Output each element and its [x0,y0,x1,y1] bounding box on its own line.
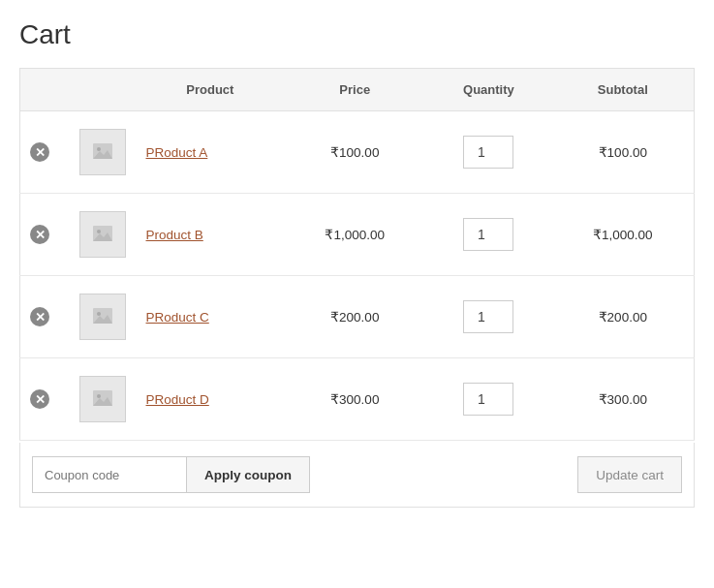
subtotal-cell: ₹300.00 [552,358,695,441]
remove-cell: ✕ [20,276,69,358]
subtotal-cell: ₹1,000.00 [552,194,695,276]
thumbnail-cell [69,194,137,276]
svg-point-7 [97,312,101,316]
col-header-price: Price [284,69,425,111]
image-placeholder-icon [91,305,114,328]
product-name-cell: PRoduct A [137,111,285,194]
remove-button[interactable]: ✕ [30,142,49,162]
thumbnail-cell [69,111,137,194]
image-placeholder-icon [91,387,114,411]
remove-icon: ✕ [30,389,49,409]
product-thumbnail [79,376,126,422]
product-link[interactable]: PRoduct A [146,145,208,160]
thumbnail-cell [69,358,137,441]
cart-footer: Apply coupon Update cart [19,443,695,508]
remove-cell: ✕ [20,358,69,441]
coupon-area: Apply coupon [32,456,310,493]
quantity-input[interactable] [463,136,513,169]
table-row: ✕ PRoduct A ₹100.00₹100.00 [20,111,695,194]
quantity-input[interactable] [463,218,513,251]
product-name-cell: PRoduct C [137,276,285,358]
remove-icon: ✕ [30,142,49,162]
apply-coupon-button[interactable]: Apply coupon [187,456,310,493]
subtotal-cell: ₹100.00 [552,111,695,194]
remove-button[interactable]: ✕ [30,389,49,409]
svg-point-4 [97,230,101,233]
table-row: ✕ PRoduct C ₹200.00₹200.00 [20,276,695,358]
price-cell: ₹300.00 [284,358,425,441]
quantity-cell [425,276,551,358]
price-cell: ₹100.00 [284,111,425,194]
quantity-input[interactable] [463,383,513,416]
svg-point-10 [97,394,101,398]
product-link[interactable]: Product B [146,228,203,242]
svg-point-1 [97,147,101,151]
thumbnail-cell [69,276,137,358]
product-name: PRoduct D [146,391,209,407]
remove-icon: ✕ [30,307,49,326]
remove-button[interactable]: ✕ [30,225,49,244]
table-row: ✕ Product B ₹1,000.00₹1,000.00 [20,194,695,276]
product-name: Product B [146,227,203,242]
table-header-row: Product Price Quantity Subtotal [20,69,695,111]
coupon-input[interactable] [32,456,187,493]
remove-button[interactable]: ✕ [30,307,49,326]
image-placeholder-icon [91,140,114,164]
quantity-cell [425,111,551,194]
image-placeholder-icon [91,223,114,246]
col-header-remove [20,69,69,111]
col-header-image [69,69,137,111]
update-cart-button[interactable]: Update cart [577,456,682,493]
remove-icon: ✕ [30,225,49,244]
remove-cell: ✕ [20,111,69,194]
product-name: PRoduct A [146,144,208,160]
price-cell: ₹1,000.00 [284,194,425,276]
product-name: PRoduct C [146,309,209,325]
table-row: ✕ PRoduct D ₹300.00₹300.00 [20,358,695,441]
col-header-subtotal: Subtotal [552,69,695,111]
page-title: Cart [19,19,695,50]
product-thumbnail [79,294,126,340]
col-header-quantity: Quantity [425,69,551,111]
quantity-input[interactable] [463,300,513,333]
quantity-cell [425,194,551,276]
product-name-cell: PRoduct D [137,358,285,441]
product-thumbnail [79,129,126,175]
product-thumbnail [79,211,126,258]
remove-cell: ✕ [20,194,69,276]
product-name-cell: Product B [137,194,285,276]
quantity-cell [425,358,551,441]
subtotal-cell: ₹200.00 [552,276,695,358]
price-cell: ₹200.00 [284,276,425,358]
product-link[interactable]: PRoduct C [146,310,209,325]
col-header-product: Product [137,69,285,111]
cart-table: Product Price Quantity Subtotal ✕ PRoduc… [19,68,695,441]
product-link[interactable]: PRoduct D [146,392,209,407]
